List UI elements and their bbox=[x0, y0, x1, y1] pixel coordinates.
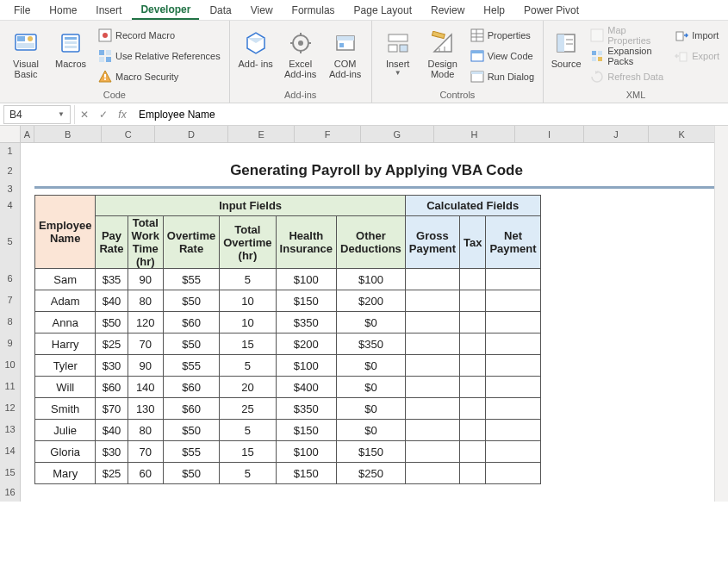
cell[interactable] bbox=[486, 312, 540, 333]
cell[interactable]: 80 bbox=[128, 420, 163, 441]
cell[interactable]: $0 bbox=[337, 377, 406, 398]
row-head-4[interactable]: 4 bbox=[0, 195, 21, 215]
row-head-9[interactable]: 9 bbox=[0, 332, 21, 353]
cell[interactable]: $50 bbox=[163, 333, 219, 355]
cell[interactable] bbox=[459, 355, 485, 377]
th-total-ot[interactable]: Total Overtime (hr) bbox=[220, 216, 276, 269]
menu-data[interactable]: Data bbox=[201, 2, 240, 19]
cell[interactable]: 5 bbox=[220, 355, 276, 377]
th-calc-fields[interactable]: Calculated Fields bbox=[405, 196, 540, 216]
row-head-8[interactable]: 8 bbox=[0, 310, 21, 332]
cell[interactable] bbox=[405, 377, 459, 398]
cell[interactable]: Sam bbox=[35, 269, 96, 290]
cell[interactable]: Anna bbox=[35, 312, 96, 333]
cell[interactable]: 70 bbox=[128, 333, 163, 355]
cell[interactable]: 120 bbox=[128, 312, 163, 333]
record-macro-button[interactable]: Record Macro bbox=[95, 26, 224, 45]
row-head-11[interactable]: 11 bbox=[0, 375, 21, 396]
cell[interactable] bbox=[486, 333, 540, 355]
cell[interactable] bbox=[405, 441, 459, 463]
menu-formulas[interactable]: Formulas bbox=[283, 2, 344, 19]
macros-button[interactable]: Macros bbox=[50, 26, 91, 88]
cell[interactable]: $70 bbox=[96, 398, 128, 420]
cell[interactable] bbox=[405, 269, 459, 290]
cell[interactable] bbox=[405, 463, 459, 484]
view-code-button[interactable]: View Code bbox=[467, 47, 538, 65]
source-button[interactable]: Source bbox=[549, 26, 583, 88]
cell[interactable]: $60 bbox=[163, 398, 219, 420]
row-head-16[interactable]: 16 bbox=[0, 483, 21, 502]
cell[interactable]: $100 bbox=[276, 355, 336, 377]
row-head-5[interactable]: 5 bbox=[0, 215, 21, 267]
cell[interactable]: $40 bbox=[96, 420, 128, 441]
cell[interactable]: $100 bbox=[276, 269, 336, 290]
cell[interactable]: $50 bbox=[163, 290, 219, 312]
cell[interactable] bbox=[459, 377, 485, 398]
cell[interactable]: 20 bbox=[220, 377, 276, 398]
menu-page-layout[interactable]: Page Layout bbox=[345, 2, 420, 19]
cell[interactable]: 10 bbox=[220, 312, 276, 333]
col-head-K[interactable]: K bbox=[649, 126, 715, 142]
cell[interactable]: Will bbox=[35, 377, 96, 398]
cell[interactable]: $50 bbox=[96, 312, 128, 333]
col-head-A[interactable]: A bbox=[21, 126, 34, 142]
row-head-7[interactable]: 7 bbox=[0, 289, 21, 310]
cell[interactable]: 25 bbox=[220, 398, 276, 420]
cell[interactable]: $150 bbox=[276, 420, 336, 441]
col-head-I[interactable]: I bbox=[515, 126, 584, 142]
row-head-14[interactable]: 14 bbox=[0, 439, 21, 461]
cell[interactable] bbox=[405, 420, 459, 441]
cell[interactable]: $30 bbox=[96, 355, 128, 377]
cell[interactable]: $150 bbox=[337, 441, 406, 463]
cell[interactable]: $200 bbox=[337, 290, 406, 312]
macro-security-button[interactable]: Macro Security bbox=[95, 67, 224, 86]
cell[interactable] bbox=[486, 398, 540, 420]
th-pay-rate[interactable]: Pay Rate bbox=[96, 216, 128, 269]
design-mode-button[interactable]: Design Mode bbox=[422, 26, 464, 88]
cell[interactable]: Gloria bbox=[35, 441, 96, 463]
th-health[interactable]: Health Insurance bbox=[276, 216, 336, 269]
row-head-2[interactable]: 2 bbox=[0, 159, 21, 183]
cell[interactable]: Smith bbox=[35, 398, 96, 420]
cell[interactable]: $100 bbox=[276, 441, 336, 463]
vertical-scrollbar[interactable] bbox=[714, 126, 728, 502]
cell[interactable]: $25 bbox=[96, 333, 128, 355]
row-head-12[interactable]: 12 bbox=[0, 396, 21, 418]
cell[interactable]: $150 bbox=[276, 463, 336, 484]
cell[interactable]: $55 bbox=[163, 269, 219, 290]
expansion-packs-button[interactable]: Expansion Packs bbox=[587, 47, 668, 65]
cell[interactable] bbox=[405, 355, 459, 377]
th-net[interactable]: Net Payment bbox=[486, 216, 540, 269]
cell[interactable]: $25 bbox=[96, 463, 128, 484]
cell[interactable]: $55 bbox=[163, 355, 219, 377]
fx-button[interactable]: fx bbox=[113, 105, 132, 124]
cell[interactable]: 5 bbox=[220, 269, 276, 290]
cell[interactable] bbox=[459, 463, 485, 484]
cell[interactable] bbox=[459, 398, 485, 420]
insert-control-button[interactable]: Insert ▼ bbox=[377, 26, 419, 88]
run-dialog-button[interactable]: Run Dialog bbox=[467, 67, 538, 86]
col-head-B[interactable]: B bbox=[34, 126, 103, 142]
cell[interactable]: $30 bbox=[96, 441, 128, 463]
cell[interactable] bbox=[459, 420, 485, 441]
menu-power-pivot[interactable]: Power Pivot bbox=[515, 2, 588, 19]
cell[interactable]: $55 bbox=[163, 441, 219, 463]
row-head-3[interactable]: 3 bbox=[0, 183, 21, 195]
cell[interactable]: $35 bbox=[96, 269, 128, 290]
row-head-15[interactable]: 15 bbox=[0, 461, 21, 483]
col-head-G[interactable]: G bbox=[361, 126, 434, 142]
cell[interactable] bbox=[486, 377, 540, 398]
cell[interactable]: $60 bbox=[163, 312, 219, 333]
th-input-fields[interactable]: Input Fields bbox=[96, 196, 405, 216]
cell[interactable]: $0 bbox=[337, 312, 406, 333]
cell[interactable]: Tyler bbox=[35, 355, 96, 377]
properties-button[interactable]: Properties bbox=[467, 26, 538, 45]
th-gross[interactable]: Gross Payment bbox=[405, 216, 459, 269]
cell[interactable] bbox=[486, 355, 540, 377]
cell[interactable]: $400 bbox=[276, 377, 336, 398]
col-head-E[interactable]: E bbox=[228, 126, 296, 142]
chevron-down-icon[interactable]: ▼ bbox=[58, 110, 65, 118]
cell[interactable]: $100 bbox=[337, 269, 406, 290]
cell[interactable]: Harry bbox=[35, 333, 96, 355]
cell[interactable] bbox=[459, 290, 485, 312]
